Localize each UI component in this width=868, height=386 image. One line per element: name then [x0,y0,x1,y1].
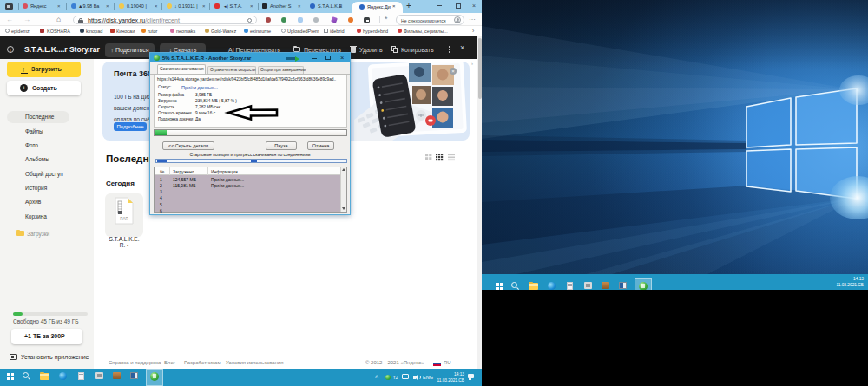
svg-text:RAR: RAR [120,217,128,221]
